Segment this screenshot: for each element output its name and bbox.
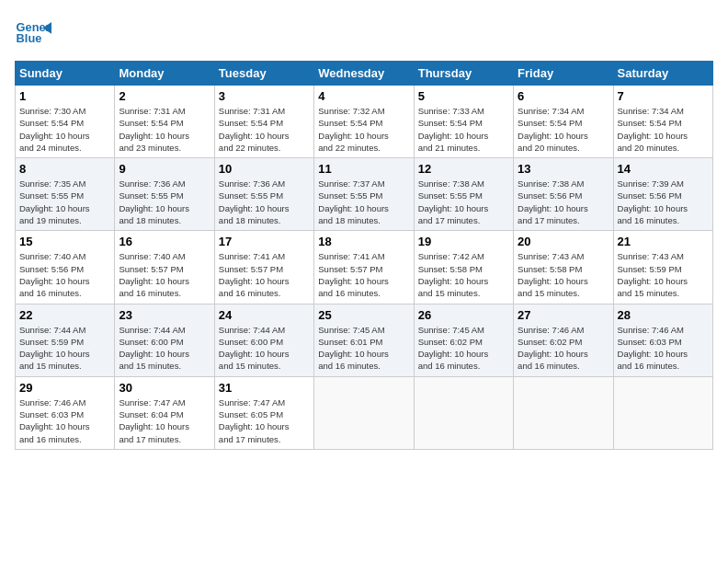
day-number: 3 xyxy=(219,89,310,103)
calendar-week-3: 15Sunrise: 7:40 AMSunset: 5:56 PMDayligh… xyxy=(16,231,713,304)
day-number: 5 xyxy=(418,89,509,103)
logo-icon: General Blue xyxy=(15,15,51,52)
day-number: 7 xyxy=(618,89,709,103)
calendar-cell: 31Sunrise: 7:47 AMSunset: 6:05 PMDayligh… xyxy=(214,376,313,449)
day-info: Sunrise: 7:32 AMSunset: 5:54 PMDaylight:… xyxy=(318,105,409,154)
calendar-cell: 16Sunrise: 7:40 AMSunset: 5:57 PMDayligh… xyxy=(115,231,214,304)
calendar-cell: 3Sunrise: 7:31 AMSunset: 5:54 PMDaylight… xyxy=(214,86,313,158)
calendar-cell: 21Sunrise: 7:43 AMSunset: 5:59 PMDayligh… xyxy=(613,231,712,304)
day-info: Sunrise: 7:42 AMSunset: 5:58 PMDaylight:… xyxy=(418,250,509,299)
day-number: 30 xyxy=(119,381,210,395)
day-number: 27 xyxy=(518,308,609,322)
day-info: Sunrise: 7:43 AMSunset: 5:59 PMDaylight:… xyxy=(618,250,709,299)
calendar-header: SundayMondayTuesdayWednesdayThursdayFrid… xyxy=(16,62,713,86)
calendar-cell xyxy=(514,376,613,449)
calendar-week-5: 29Sunrise: 7:46 AMSunset: 6:03 PMDayligh… xyxy=(16,376,713,449)
calendar-cell: 28Sunrise: 7:46 AMSunset: 6:03 PMDayligh… xyxy=(613,304,712,376)
calendar-cell xyxy=(613,376,712,449)
calendar-cell: 30Sunrise: 7:47 AMSunset: 6:04 PMDayligh… xyxy=(115,376,214,449)
day-info: Sunrise: 7:36 AMSunset: 5:55 PMDaylight:… xyxy=(119,178,210,226)
day-number: 24 xyxy=(219,308,310,322)
column-header-saturday: Saturday xyxy=(613,62,712,86)
calendar-cell: 11Sunrise: 7:37 AMSunset: 5:55 PMDayligh… xyxy=(314,158,414,231)
day-number: 22 xyxy=(19,308,110,322)
day-info: Sunrise: 7:34 AMSunset: 5:54 PMDaylight:… xyxy=(518,105,609,154)
day-number: 17 xyxy=(219,235,310,248)
calendar-cell: 8Sunrise: 7:35 AMSunset: 5:55 PMDaylight… xyxy=(16,158,115,231)
calendar-week-2: 8Sunrise: 7:35 AMSunset: 5:55 PMDaylight… xyxy=(16,158,713,231)
day-info: Sunrise: 7:36 AMSunset: 5:55 PMDaylight:… xyxy=(219,178,310,226)
calendar-cell: 14Sunrise: 7:39 AMSunset: 5:56 PMDayligh… xyxy=(613,158,712,231)
day-info: Sunrise: 7:30 AMSunset: 5:54 PMDaylight:… xyxy=(19,105,110,154)
logo: General Blue xyxy=(15,15,51,52)
day-number: 18 xyxy=(318,235,409,248)
day-info: Sunrise: 7:40 AMSunset: 5:56 PMDaylight:… xyxy=(19,250,110,299)
day-info: Sunrise: 7:39 AMSunset: 5:56 PMDaylight:… xyxy=(618,178,709,226)
column-header-friday: Friday xyxy=(514,62,613,86)
day-number: 25 xyxy=(318,308,409,322)
day-info: Sunrise: 7:44 AMSunset: 5:59 PMDaylight:… xyxy=(19,324,110,373)
day-number: 6 xyxy=(518,89,609,103)
day-number: 13 xyxy=(518,162,609,176)
calendar-cell: 7Sunrise: 7:34 AMSunset: 5:54 PMDaylight… xyxy=(613,86,712,158)
calendar-week-4: 22Sunrise: 7:44 AMSunset: 5:59 PMDayligh… xyxy=(16,304,713,376)
day-number: 15 xyxy=(19,235,110,248)
day-number: 9 xyxy=(119,162,210,176)
day-number: 11 xyxy=(318,162,409,176)
day-number: 29 xyxy=(19,381,110,395)
day-info: Sunrise: 7:46 AMSunset: 6:03 PMDaylight:… xyxy=(618,324,709,373)
calendar-cell: 5Sunrise: 7:33 AMSunset: 5:54 PMDaylight… xyxy=(414,86,513,158)
day-info: Sunrise: 7:47 AMSunset: 6:05 PMDaylight:… xyxy=(219,396,310,445)
day-number: 19 xyxy=(418,235,509,248)
day-info: Sunrise: 7:37 AMSunset: 5:55 PMDaylight:… xyxy=(318,178,409,226)
day-info: Sunrise: 7:41 AMSunset: 5:57 PMDaylight:… xyxy=(318,250,409,299)
calendar-cell: 4Sunrise: 7:32 AMSunset: 5:54 PMDaylight… xyxy=(314,86,414,158)
calendar-cell: 9Sunrise: 7:36 AMSunset: 5:55 PMDaylight… xyxy=(115,158,214,231)
calendar-cell: 24Sunrise: 7:44 AMSunset: 6:00 PMDayligh… xyxy=(214,304,313,376)
day-info: Sunrise: 7:41 AMSunset: 5:57 PMDaylight:… xyxy=(219,250,310,299)
column-header-tuesday: Tuesday xyxy=(214,62,313,86)
day-info: Sunrise: 7:43 AMSunset: 5:58 PMDaylight:… xyxy=(518,250,609,299)
day-info: Sunrise: 7:47 AMSunset: 6:04 PMDaylight:… xyxy=(119,396,210,445)
calendar-cell: 25Sunrise: 7:45 AMSunset: 6:01 PMDayligh… xyxy=(314,304,414,376)
calendar-cell: 12Sunrise: 7:38 AMSunset: 5:55 PMDayligh… xyxy=(414,158,513,231)
day-number: 2 xyxy=(119,89,210,103)
header: General Blue xyxy=(15,15,713,52)
day-info: Sunrise: 7:46 AMSunset: 6:02 PMDaylight:… xyxy=(518,324,609,373)
column-header-wednesday: Wednesday xyxy=(314,62,414,86)
day-number: 28 xyxy=(618,308,709,322)
calendar-cell: 27Sunrise: 7:46 AMSunset: 6:02 PMDayligh… xyxy=(514,304,613,376)
day-info: Sunrise: 7:45 AMSunset: 6:01 PMDaylight:… xyxy=(318,324,409,373)
calendar-cell: 29Sunrise: 7:46 AMSunset: 6:03 PMDayligh… xyxy=(16,376,115,449)
column-header-sunday: Sunday xyxy=(16,62,115,86)
day-number: 8 xyxy=(19,162,110,176)
calendar-cell: 15Sunrise: 7:40 AMSunset: 5:56 PMDayligh… xyxy=(16,231,115,304)
day-number: 1 xyxy=(19,89,110,103)
calendar-cell: 6Sunrise: 7:34 AMSunset: 5:54 PMDaylight… xyxy=(514,86,613,158)
calendar-cell: 18Sunrise: 7:41 AMSunset: 5:57 PMDayligh… xyxy=(314,231,414,304)
calendar-table: SundayMondayTuesdayWednesdayThursdayFrid… xyxy=(15,61,713,450)
day-info: Sunrise: 7:34 AMSunset: 5:54 PMDaylight:… xyxy=(618,105,709,154)
day-number: 26 xyxy=(418,308,509,322)
calendar-cell: 13Sunrise: 7:38 AMSunset: 5:56 PMDayligh… xyxy=(514,158,613,231)
calendar-week-1: 1Sunrise: 7:30 AMSunset: 5:54 PMDaylight… xyxy=(16,86,713,158)
column-header-monday: Monday xyxy=(115,62,214,86)
day-number: 21 xyxy=(618,235,709,248)
day-info: Sunrise: 7:31 AMSunset: 5:54 PMDaylight:… xyxy=(219,105,310,154)
day-number: 16 xyxy=(119,235,210,248)
column-header-thursday: Thursday xyxy=(414,62,513,86)
day-info: Sunrise: 7:38 AMSunset: 5:55 PMDaylight:… xyxy=(418,178,509,226)
day-number: 23 xyxy=(119,308,210,322)
calendar-body: 1Sunrise: 7:30 AMSunset: 5:54 PMDaylight… xyxy=(16,86,713,450)
calendar-cell: 10Sunrise: 7:36 AMSunset: 5:55 PMDayligh… xyxy=(214,158,313,231)
calendar-cell: 23Sunrise: 7:44 AMSunset: 6:00 PMDayligh… xyxy=(115,304,214,376)
calendar-cell xyxy=(414,376,513,449)
day-info: Sunrise: 7:35 AMSunset: 5:55 PMDaylight:… xyxy=(19,178,110,226)
day-number: 10 xyxy=(219,162,310,176)
day-number: 20 xyxy=(518,235,609,248)
day-info: Sunrise: 7:33 AMSunset: 5:54 PMDaylight:… xyxy=(418,105,509,154)
calendar-cell xyxy=(314,376,414,449)
calendar-cell: 22Sunrise: 7:44 AMSunset: 5:59 PMDayligh… xyxy=(16,304,115,376)
day-info: Sunrise: 7:31 AMSunset: 5:54 PMDaylight:… xyxy=(119,105,210,154)
day-number: 14 xyxy=(618,162,709,176)
